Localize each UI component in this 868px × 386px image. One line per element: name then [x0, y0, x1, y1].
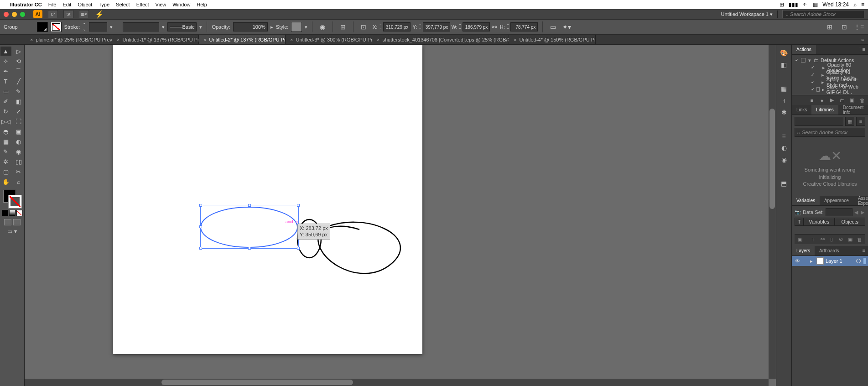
- tab-untitled3[interactable]: ×Untitled-3* @ 300% (RGB/GPU Previ...: [286, 35, 372, 44]
- isolate-button[interactable]: ⊞: [824, 21, 835, 32]
- hand-tool[interactable]: ✋: [0, 177, 11, 186]
- paintbrush-tool[interactable]: ✎: [13, 87, 24, 96]
- w-input[interactable]: 186,979 px: [463, 22, 490, 31]
- gradient-panel-icon[interactable]: ◐: [778, 142, 790, 153]
- y-stepper-icon[interactable]: ⌃⌄: [419, 24, 422, 30]
- library-search-input[interactable]: ⌕ Search Adobe Stock: [795, 128, 865, 137]
- menu-object[interactable]: Object: [78, 2, 92, 7]
- play-button[interactable]: ▶: [829, 97, 835, 104]
- menu-view[interactable]: View: [156, 2, 166, 7]
- slice-tool[interactable]: ✂: [13, 167, 24, 176]
- fill-stroke-control[interactable]: [2, 189, 22, 209]
- window-minimize[interactable]: [12, 12, 17, 17]
- resize-handle[interactable]: [248, 247, 251, 250]
- tab-libraries[interactable]: Libraries: [811, 105, 838, 115]
- close-icon[interactable]: ×: [290, 37, 293, 42]
- brushes-panel-icon[interactable]: ⫞: [778, 95, 790, 106]
- style-swatch[interactable]: [291, 22, 302, 32]
- appearance-panel-icon[interactable]: ⬒: [778, 178, 790, 189]
- tab-untitled4[interactable]: ×Untitled-4* @ 150% (RGB/GPU Previe...: [509, 35, 596, 44]
- menu-help[interactable]: Help: [197, 2, 207, 7]
- transform-origin-button[interactable]: ⊡: [358, 21, 369, 32]
- graph-tool[interactable]: ▯▯: [13, 157, 24, 166]
- stock-button[interactable]: St: [63, 10, 73, 18]
- delete-variable-button[interactable]: 🗑: [857, 236, 863, 243]
- tab-docinfo[interactable]: Document Info: [838, 105, 868, 115]
- new-action-button[interactable]: ▣: [849, 97, 855, 104]
- tab-untitled1[interactable]: ×Untitled-1* @ 137% (RGB/GPU Previe...: [112, 35, 199, 44]
- color-panel-icon[interactable]: 🎨: [778, 47, 790, 58]
- delete-button[interactable]: 🗑: [859, 97, 865, 104]
- expand-icon[interactable]: ▾: [807, 57, 812, 63]
- lasso-tool[interactable]: ⟲: [13, 57, 24, 66]
- rectangle-tool[interactable]: ▭: [0, 87, 11, 96]
- style-dropdown-icon[interactable]: ▾: [305, 24, 307, 30]
- tab-artboards[interactable]: Artboards: [815, 246, 843, 256]
- notification-icon[interactable]: ≡: [861, 1, 864, 8]
- symbols-panel-icon[interactable]: ✱: [778, 107, 790, 118]
- transform-panel-button[interactable]: ✦▾: [561, 21, 572, 32]
- scale-tool[interactable]: ⤢: [13, 107, 24, 116]
- next-dataset-icon[interactable]: ▶: [861, 209, 865, 215]
- curvature-tool[interactable]: ⌒: [13, 67, 24, 76]
- vertical-scrollbar[interactable]: [769, 45, 776, 379]
- gradient-tool[interactable]: ◐: [13, 137, 24, 146]
- color-mode-none[interactable]: [16, 210, 23, 216]
- tab-shutterstock[interactable]: ×shutterstock_401346706 [Converted].eps …: [372, 35, 509, 44]
- resize-handle[interactable]: [199, 204, 202, 207]
- shaper-tool[interactable]: ✐: [0, 97, 11, 106]
- h-stepper-icon[interactable]: ⌃⌄: [506, 24, 509, 30]
- status-icon[interactable]: ⊞: [780, 1, 784, 8]
- brush-definition[interactable]: Basic: [167, 22, 197, 31]
- horizontal-scrollbar[interactable]: [25, 379, 769, 386]
- pen-tool[interactable]: ✒: [0, 67, 11, 76]
- stroke-weight-input[interactable]: [89, 22, 107, 31]
- stroke-weight-dropdown-icon[interactable]: ▾: [110, 24, 113, 30]
- layer-row[interactable]: 👁 ▸ Layer 1: [792, 256, 868, 266]
- blend-tool[interactable]: ◉: [13, 147, 24, 156]
- layer-name[interactable]: Layer 1: [826, 258, 842, 264]
- swatches-panel-icon[interactable]: ▦: [778, 83, 790, 94]
- make-visibility-button[interactable]: ▣: [797, 236, 803, 243]
- stock-search-input[interactable]: ⌕ Search Adobe Stock: [782, 10, 864, 18]
- action-item[interactable]: Save For Web GIF 64 Di...: [826, 84, 865, 95]
- w-stepper-icon[interactable]: ⌃⌄: [458, 24, 462, 30]
- stop-button[interactable]: ■: [809, 97, 815, 104]
- record-button[interactable]: ●: [819, 97, 825, 104]
- color-guide-panel-icon[interactable]: ◧: [778, 59, 790, 70]
- control-center-icon[interactable]: ▦: [813, 1, 818, 8]
- symbol-sprayer-tool[interactable]: ✲: [0, 157, 11, 166]
- bridge-button[interactable]: Br: [48, 10, 58, 18]
- wifi-icon[interactable]: ᯤ: [803, 1, 808, 8]
- x-stepper-icon[interactable]: ⌃⌄: [379, 24, 382, 30]
- draw-normal[interactable]: [4, 219, 11, 225]
- brush-dropdown-icon[interactable]: ▾: [199, 24, 202, 30]
- target-icon[interactable]: [856, 259, 861, 263]
- prev-dataset-icon[interactable]: ◀: [854, 209, 859, 215]
- align-button[interactable]: ⊞: [338, 21, 348, 32]
- make-graph-button[interactable]: ▯: [829, 236, 834, 243]
- menu-window[interactable]: Window: [172, 2, 190, 7]
- new-set-button[interactable]: 🗀: [839, 97, 845, 104]
- line-tool[interactable]: ╱: [13, 77, 24, 86]
- tab-asset-export[interactable]: Asset Expor: [853, 196, 868, 205]
- app-menu[interactable]: Illustrator CC: [10, 2, 42, 7]
- shape-button[interactable]: ▭: [547, 21, 558, 32]
- eyedropper-tool[interactable]: ✎: [0, 147, 11, 156]
- transparency-panel-icon[interactable]: ◉: [778, 154, 790, 165]
- expand-icon[interactable]: ▸: [810, 258, 815, 264]
- tab-links[interactable]: Links: [792, 105, 811, 115]
- close-icon[interactable]: ×: [514, 37, 516, 42]
- resize-handle[interactable]: [199, 247, 202, 250]
- tab-layers[interactable]: Layers: [792, 246, 815, 256]
- col-variables[interactable]: Variables: [804, 218, 835, 226]
- selection-tool[interactable]: ▲: [0, 47, 11, 56]
- stroke-panel-icon[interactable]: ≡: [778, 130, 790, 141]
- perspective-tool[interactable]: ▣: [13, 127, 24, 136]
- dataset-field[interactable]: [826, 208, 852, 216]
- eraser-tool[interactable]: ◧: [13, 97, 24, 106]
- direct-selection-tool[interactable]: ▷: [13, 47, 24, 56]
- edit-contents-button[interactable]: ⊡: [839, 21, 850, 32]
- panel-menu-button[interactable]: ⋮≡: [853, 21, 864, 32]
- resize-handle[interactable]: [199, 225, 202, 228]
